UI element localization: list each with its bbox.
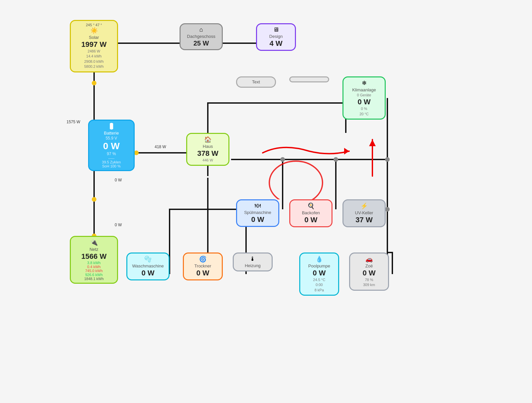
backofen-main: 0 W [304,216,317,224]
poolpumpe-icon: 💧 [316,255,323,263]
dachgeschoss-node[interactable]: ⌂ Dachgeschoss 25 W [180,23,223,50]
heizung-title: Heizung [245,263,261,268]
netz-node[interactable]: 🔌 Netz 1566 W 3.8 kWh 0.4 kWh 745.0 kWh … [70,236,118,284]
netz-sub2: 0.4 kWh [87,265,100,269]
wire-label-0-4: 0 W [115,223,122,227]
poolpumpe-sub3: 8 kPa [315,288,324,293]
uvkeller-main: 37 W [355,216,372,224]
heizung-icon: 🌡 [250,255,256,262]
design-node[interactable]: 🖥 Design 4 W [256,23,296,51]
spuelmaschine-node[interactable]: 🍽 Spülmaschine 0 W [236,199,279,227]
text1-node[interactable]: Text [236,76,276,88]
svg-marker-11 [369,140,376,146]
netz-title: Netz [89,247,98,252]
batterie-icon: 🔋 [108,123,115,130]
backofen-node[interactable]: 🍳 Backofen 0 W [289,199,332,227]
svg-point-9 [385,207,390,212]
backofen-title: Backofen [302,210,320,216]
solar-node[interactable]: 245 ° 47 ° ☀️ Solar 1997 W 2486 W 14.4 k… [70,20,118,72]
netz-sub1: 3.8 kWh [87,261,100,265]
design-title: Design [269,34,283,39]
dachgeschoss-title: Dachgeschoss [187,34,215,39]
klimaanlage-node[interactable]: ❄ Klimaanlage 0 Geräte 0 W 0 % 20 °C [342,76,386,120]
trockner-title: Trockner [195,263,211,269]
design-icon: 🖥 [273,26,279,33]
text1-title: Text [252,79,260,85]
spuelmaschine-main: 0 W [251,215,264,224]
batterie-sub1: 55.9 V [106,136,117,141]
svg-marker-10 [344,148,349,154]
haus-sub1: 446 W [202,158,213,163]
solar-sub2: 2486 W [88,49,100,54]
poolpumpe-sub2: 0:00 [316,282,323,287]
haus-title: Haus [203,144,213,149]
wire-label-418: 418 W [155,145,166,149]
zoe-title: Zoë [365,263,373,269]
netz-sub4: 926.6 kWh [85,273,103,277]
klimaanlage-sub2: 0 % [361,106,367,111]
svg-point-4 [134,151,139,155]
zoe-main: 0 W [362,269,375,277]
batterie-sub3: ----- [108,156,114,160]
trockner-main: 0 W [196,269,209,277]
batterie-title: Batterie [104,131,119,136]
batterie-sub2: 97 % [107,151,116,156]
netz-main: 1566 W [81,252,107,261]
zoe-icon: 🚗 [365,255,373,263]
solar-sub3: 14.4 kWh [86,54,101,59]
waschmaschine-title: Waschmaschine [132,263,164,269]
solar-sub4: 2908.0 kWh [84,59,104,64]
design-main: 4 W [269,39,282,48]
dachgeschoss-main: 25 W [194,39,209,47]
wire-label-0-3: 0 W [115,178,122,182]
heizung-node[interactable]: 🌡 Heizung [233,252,273,271]
klimaanlage-main: 0 W [357,98,370,106]
haus-node[interactable]: 🏠 Haus 378 W 446 W [186,133,229,166]
waschmaschine-node[interactable]: 🫧 Waschmaschine 0 W [126,252,170,280]
trockner-node[interactable]: 🌀 Trockner 0 W [183,252,223,280]
solar-icon: ☀️ [90,27,98,34]
trockner-icon: 🌀 [199,255,206,263]
backofen-icon: 🍳 [307,202,315,210]
solar-title: Solar [89,35,99,40]
zoe-sub1: 78 % [365,277,373,282]
klimaanlage-title: Klimaanlage [352,87,376,93]
klimaanlage-icon: ❄ [362,79,367,87]
svg-point-2 [92,197,96,202]
klimaanlage-sub3: 20 °C [359,112,369,117]
svg-point-0 [92,81,96,85]
solar-sub1: 245 ° 47 ° [86,23,102,27]
spuelmaschine-icon: 🍽 [255,202,261,209]
uvkeller-node[interactable]: ⚡ UV-Keller 37 W [342,199,386,227]
haus-main: 378 W [197,149,218,158]
svg-point-8 [385,157,390,162]
batterie-node[interactable]: 🔋 Batterie 55.9 V 0 W 97 % ----- 39.5 Zy… [88,120,135,171]
poolpumpe-sub1: 24.5 °C [313,277,326,282]
svg-point-12 [269,161,323,199]
waschmaschine-icon: 🫧 [144,255,152,263]
batterie-main: 0 W [103,141,120,152]
haus-icon: 🏠 [204,136,211,143]
text2-node[interactable] [289,76,329,82]
svg-point-6 [280,157,285,162]
poolpumpe-main: 0 W [313,269,326,277]
zoe-node[interactable]: 🚗 Zoë 0 W 78 % 309 km [349,252,389,291]
wire-label-1575: 1575 W [66,120,80,124]
netz-sub3: 745.0 kWh [85,269,103,273]
uvkeller-title: UV-Keller [355,210,373,216]
solar-sub5: 5800.2 kWh [84,64,104,69]
batterie-sub5: SoH 100 % [102,164,121,168]
netz-icon: 🔌 [90,239,98,246]
waschmaschine-main: 0 W [141,269,154,277]
poolpumpe-node[interactable]: 💧 Poolpumpe 0 W 24.5 °C 0:00 8 kPa [299,252,339,296]
batterie-sub4: 39.5 Zyklen [102,160,121,164]
dachgeschoss-icon: ⌂ [200,26,203,33]
netz-sub5: 1848.1 kWh [84,277,104,281]
svg-point-7 [333,157,338,162]
uvkeller-icon: ⚡ [360,202,368,210]
poolpumpe-title: Poolpumpe [308,263,330,269]
solar-main: 1997 W [81,40,107,49]
zoe-sub2: 309 km [363,282,375,287]
spuelmaschine-title: Spülmaschine [244,210,271,215]
klimaanlage-sub1: 0 Geräte [357,93,371,98]
